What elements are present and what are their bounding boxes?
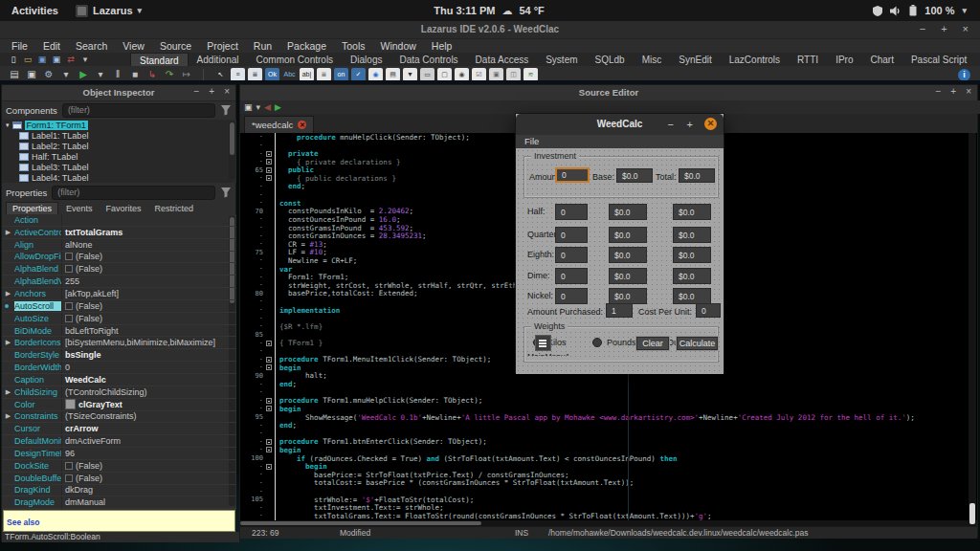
qty-field[interactable]: 0 xyxy=(555,227,588,243)
property-row-childsizing[interactable]: ▶ChildSizing(TControlChildSizing) xyxy=(2,386,236,399)
amount-purchased-field[interactable]: 1 xyxy=(606,303,633,318)
property-value[interactable]: dmManual xyxy=(61,496,236,508)
qty-field[interactable]: 0 xyxy=(555,268,588,284)
maximize-button[interactable]: + xyxy=(950,86,956,97)
menu-file[interactable]: File xyxy=(4,39,35,53)
fold-toggle-icon[interactable] xyxy=(266,364,272,370)
property-row-bordericons[interactable]: ▶BorderIcons[biSystemMenu,biMinimize,biM… xyxy=(2,337,236,349)
total-field[interactable]: $0.0 xyxy=(673,288,711,304)
app-menu-button[interactable]: Lazarus ▾ xyxy=(76,5,142,17)
object-inspector-title-bar[interactable]: Object Inspector − + × xyxy=(2,85,235,101)
minimize-button[interactable]: − xyxy=(668,119,674,130)
palette-tab-lazcontrols[interactable]: LazControls xyxy=(721,53,789,66)
ide-title-bar[interactable]: Lazarus IDE v2.0.6 - WeedClac − + × xyxy=(0,21,980,39)
property-value[interactable]: 0 xyxy=(61,362,236,373)
close-button[interactable]: × xyxy=(966,86,971,97)
mainmenu-component-icon[interactable] xyxy=(535,335,551,351)
menu-source[interactable]: Source xyxy=(152,39,199,53)
toggle-form-icon[interactable]: ▣ xyxy=(244,101,253,113)
inspector-tab-restricted[interactable]: Restricted xyxy=(149,202,200,214)
gutter-fold-column[interactable] xyxy=(263,464,275,470)
activities-button[interactable]: Activities xyxy=(11,5,58,16)
tactionlist-icon[interactable]: ≋ xyxy=(523,68,538,81)
property-value[interactable]: alNone xyxy=(61,239,236,251)
checkbox-unchecked-icon[interactable] xyxy=(65,253,73,260)
weedcalc-title-bar[interactable]: WeedCalc − + ✕ xyxy=(516,114,724,135)
fold-toggle-icon[interactable] xyxy=(266,406,272,411)
run-dropdown-icon[interactable]: ▾ xyxy=(94,68,107,81)
save-all-icon[interactable]: ▣ xyxy=(51,55,62,65)
help-info-icon[interactable]: i xyxy=(958,69,970,81)
amount-field[interactable]: 0 xyxy=(555,167,590,183)
property-value[interactable]: bsSingle xyxy=(61,349,236,361)
expand-icon[interactable]: ▶ xyxy=(2,412,14,420)
property-value[interactable]: bdLeftToRight xyxy=(61,325,236,337)
gutter-fold-column[interactable] xyxy=(263,447,275,452)
gutter-fold-column[interactable] xyxy=(263,364,275,370)
palette-tab-standard[interactable]: Standard xyxy=(130,53,189,66)
expand-toggle-icon[interactable]: ▾ xyxy=(6,121,10,129)
property-value[interactable]: (False) xyxy=(61,313,236,324)
property-value[interactable] xyxy=(61,214,236,226)
property-value[interactable]: 255 xyxy=(61,276,236,287)
source-editor-title-bar[interactable]: Source Editor − + × xyxy=(240,85,977,101)
fold-toggle-icon[interactable] xyxy=(266,357,272,363)
qty-field[interactable]: 0 xyxy=(555,288,588,304)
swap-units-icon[interactable]: ⇄ xyxy=(65,55,77,65)
total-field[interactable]: $0.0 xyxy=(679,168,715,183)
total-field[interactable]: $0.0 xyxy=(673,268,711,284)
cost-per-unit-field[interactable]: 0 xyxy=(696,303,721,318)
cost-field[interactable]: $0.0 xyxy=(609,247,647,263)
ttogglebox-icon[interactable]: on xyxy=(334,68,348,81)
tree-scrollbar[interactable] xyxy=(229,121,235,179)
build-mode-icon[interactable]: ⚙ xyxy=(42,68,56,81)
clear-button[interactable]: Clear xyxy=(635,336,670,351)
tpanel-icon[interactable]: ▣ xyxy=(489,68,503,81)
fold-toggle-icon[interactable] xyxy=(266,447,272,452)
property-row-autoscroll[interactable]: AutoScroll(False) xyxy=(2,300,236,313)
tmainmenu-icon[interactable]: ≡ xyxy=(231,68,245,81)
radio-pounds[interactable]: Pounds xyxy=(592,338,636,347)
palette-tab-common-controls[interactable]: Common Controls xyxy=(248,53,343,66)
save-icon[interactable]: ▣ xyxy=(36,55,48,65)
palette-tab-chart[interactable]: Chart xyxy=(861,53,902,66)
gutter-fold-column[interactable] xyxy=(263,439,275,445)
maximize-button[interactable]: + xyxy=(941,23,948,34)
property-value[interactable]: (False) xyxy=(61,300,236,312)
property-value[interactable]: (False) xyxy=(61,473,236,484)
total-field[interactable]: $0.0 xyxy=(673,204,711,220)
inspector-tab-events[interactable]: Events xyxy=(60,202,99,214)
property-value[interactable]: (TSizeConstraints) xyxy=(61,411,236,423)
tgroupbox-icon[interactable]: ▢ xyxy=(437,68,452,81)
property-row-color[interactable]: ColorclGrayText xyxy=(2,399,236,411)
jump-back-icon[interactable]: ◀ xyxy=(264,101,271,113)
tradiobutton-icon[interactable]: ◉ xyxy=(368,68,383,81)
palette-tab-sqldb[interactable]: SQLdb xyxy=(587,53,634,66)
cost-field[interactable]: $0.0 xyxy=(609,288,647,304)
palette-tab-synedit[interactable]: SynEdit xyxy=(670,53,720,66)
fold-toggle-icon[interactable] xyxy=(266,439,272,445)
property-row-cursor[interactable]: CursorcrArrow xyxy=(2,423,236,435)
property-value[interactable]: (False) xyxy=(61,263,236,275)
gutter-fold-column[interactable] xyxy=(263,341,275,346)
tscrollbar-icon[interactable]: ▭ xyxy=(420,68,434,81)
palette-tab-data-access[interactable]: Data Access xyxy=(467,53,538,66)
menu-window[interactable]: Window xyxy=(373,39,424,53)
maximize-button[interactable]: + xyxy=(687,119,693,130)
new-form-icon[interactable]: ▣ xyxy=(25,68,38,81)
tlistbox-icon[interactable]: ▤ xyxy=(386,68,400,81)
inspector-tab-favorites[interactable]: Favorites xyxy=(100,202,147,214)
property-value[interactable]: 96 xyxy=(61,448,236,459)
property-row-autosize[interactable]: AutoSize(False) xyxy=(2,313,236,325)
palette-tab-rtti[interactable]: RTTI xyxy=(789,53,827,66)
property-row-allowdropfiles[interactable]: AllowDropFiles(False) xyxy=(2,252,236,264)
menu-help[interactable]: Help xyxy=(424,39,460,53)
tree-item[interactable]: Half: TLabel xyxy=(2,151,236,162)
minimize-button[interactable]: − xyxy=(920,23,927,34)
pointer-icon[interactable]: ↖ xyxy=(213,68,228,81)
menu-view[interactable]: View xyxy=(115,39,152,53)
fold-toggle-icon[interactable] xyxy=(266,464,272,470)
tree-item[interactable]: ▾Form1: TForm1 xyxy=(2,120,236,130)
gutter-fold-column[interactable] xyxy=(263,406,275,411)
cost-field[interactable]: $0.0 xyxy=(609,204,647,220)
